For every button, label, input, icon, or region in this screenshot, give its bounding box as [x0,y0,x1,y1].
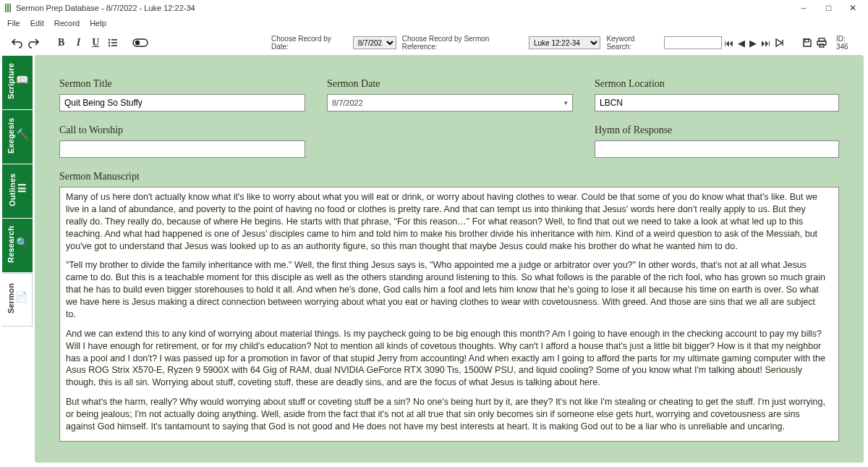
sermon-title-label: Sermon Title [59,78,305,90]
document-icon: 📄 [15,290,27,303]
menu-help[interactable]: Help [85,17,111,29]
svg-rect-6 [111,42,117,43]
save-button[interactable] [802,38,812,48]
content-panel: Sermon Title Sermon Date 8/7/2022▾ Sermo… [35,55,864,463]
svg-rect-4 [111,39,117,41]
search-icon: 🔍 [15,236,27,249]
new-record-button[interactable] [775,38,785,48]
menu-bar: File Edit Record Help [0,16,868,30]
date-picker-select[interactable]: 8/7/2022 [353,36,396,49]
first-record-button[interactable]: ⏮ [724,38,733,49]
menu-file[interactable]: File [3,17,25,29]
chevron-down-icon: ▾ [564,99,568,106]
manuscript-paragraph: But what's the harm, really? Why would w… [66,396,825,433]
sidebar-tab-sermon[interactable]: Sermon📄 [2,273,33,327]
sermon-manuscript-label: Sermon Manuscript [59,171,839,182]
svg-rect-0 [5,4,7,12]
sermon-date-select[interactable]: 8/7/2022▾ [327,94,573,112]
maximize-button[interactable]: ☐ [816,1,841,15]
svg-point-3 [109,39,110,41]
date-picker-label: Choose Record by Date: [271,35,350,51]
keyword-search-label: Keyword Search: [606,35,661,51]
svg-rect-1 [7,4,9,12]
svg-point-5 [109,42,110,43]
sidebar-tab-scripture[interactable]: Scripture📖 [2,56,33,109]
prev-record-button[interactable]: ◀ [738,38,745,49]
bold-button[interactable]: B [54,35,69,51]
toolbar: B I U Choose Record by Date: 8/7/2022 Ch… [0,30,868,55]
toggle-button[interactable] [132,35,148,51]
call-to-worship-label: Call to Worship [59,125,305,136]
list-icon: ☰ [17,182,26,195]
svg-rect-8 [111,45,117,46]
print-button[interactable] [817,38,827,48]
svg-rect-15 [820,44,824,47]
sidebar-tab-outlines[interactable]: Outlines☰ [2,164,33,218]
manuscript-paragraph: Many of us here don't actually know what… [66,191,825,252]
manuscript-paragraph: "Tell my brother to divide the family in… [66,259,825,320]
italic-button[interactable]: I [70,35,86,51]
svg-point-7 [109,45,110,46]
svg-rect-12 [805,39,809,42]
title-bar: Sermon Prep Database - 8/7/2022 - Luke 1… [0,0,868,16]
sidebar-tab-exegesis[interactable]: Exegesis🔨 [2,110,33,164]
record-id-label: ID: 346 [836,35,859,51]
reference-picker-select[interactable]: Luke 12:22-34 [529,36,600,49]
call-to-worship-input[interactable] [59,140,305,158]
sermon-manuscript-textarea[interactable]: Many of us here don't actually know what… [59,187,839,442]
minimize-button[interactable]: ─ [791,1,816,15]
hymn-of-response-label: Hymn of Response [595,125,839,136]
sermon-date-label: Sermon Date [327,78,573,90]
manuscript-paragraph: And we can extend this to any kind of wo… [66,328,825,389]
sermon-location-input[interactable] [595,94,839,112]
menu-record[interactable]: Record [50,17,84,29]
last-record-button[interactable]: ⏭ [761,38,770,49]
undo-button[interactable] [9,35,25,51]
hymn-of-response-input[interactable] [595,140,839,158]
menu-edit[interactable]: Edit [26,17,48,29]
underline-button[interactable]: U [88,35,103,51]
svg-rect-2 [9,4,11,12]
reference-picker-label: Choose Record by Sermon Reference: [402,35,526,51]
sermon-location-label: Sermon Location [595,78,839,90]
window-title: Sermon Prep Database - 8/7/2022 - Luke 1… [16,4,195,12]
sidebar: Scripture📖 Exegesis🔨 Outlines☰ Research🔍… [0,55,35,467]
book-icon: 📖 [15,73,27,86]
manuscript-paragraph: And to illustrate this Jesus uses a coup… [66,440,825,442]
next-record-button[interactable]: ▶ [749,38,757,49]
bullet-list-button[interactable] [105,35,121,51]
tools-icon: 🔨 [15,127,27,140]
svg-point-10 [135,41,140,45]
app-icon [3,3,13,13]
redo-button[interactable] [26,35,42,51]
keyword-search-input[interactable] [664,36,722,49]
sermon-title-input[interactable] [59,94,305,112]
close-button[interactable]: ✕ [841,1,865,15]
sidebar-tab-research[interactable]: Research🔍 [2,219,33,272]
